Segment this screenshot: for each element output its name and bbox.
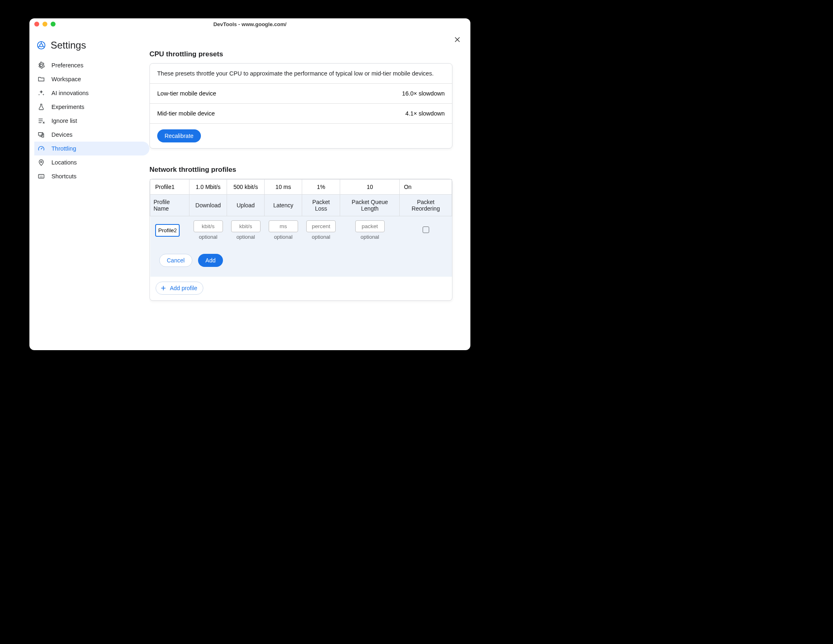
folder-icon [38, 76, 45, 83]
optional-label: optional [269, 234, 298, 240]
optional-label: optional [231, 234, 261, 240]
download-input[interactable] [194, 220, 223, 232]
header-latency: Latency [265, 195, 302, 216]
optional-label: optional [344, 234, 396, 240]
add-profile-label: Add profile [170, 285, 197, 291]
titlebar: DevTools - www.google.com/ [29, 18, 470, 30]
table-row[interactable]: Profile1 1.0 Mbit/s 500 kbit/s 10 ms 1% … [150, 180, 452, 195]
close-settings-button[interactable] [453, 36, 461, 44]
page-title: Settings [51, 40, 86, 51]
sidebar-item-shortcuts[interactable]: Shortcuts [34, 169, 149, 183]
svg-rect-4 [38, 175, 44, 178]
sparkle-icon [38, 89, 45, 97]
cpu-preset-row: Mid-tier mobile device 4.1× slowdown [150, 104, 452, 124]
queue-length-cell: 10 [340, 180, 400, 195]
latency-cell: 10 ms [265, 180, 302, 195]
sidebar-item-label: Preferences [51, 62, 83, 69]
form-actions-row: Cancel Add [150, 244, 452, 277]
sidebar-item-preferences[interactable]: Preferences [34, 58, 149, 72]
network-profiles-table: Profile1 1.0 Mbit/s 500 kbit/s 10 ms 1% … [150, 179, 452, 277]
devices-icon [38, 131, 45, 138]
flask-icon [38, 103, 45, 111]
add-profile-button[interactable]: Add profile [156, 282, 203, 295]
pin-icon [38, 159, 45, 166]
svg-point-3 [40, 161, 42, 163]
settings-sidebar: Settings Preferences Workspace AI innova… [29, 34, 149, 350]
cpu-preset-name: Mid-tier mobile device [157, 110, 215, 117]
plus-icon [160, 285, 167, 291]
cpu-section-title: CPU throttling presets [149, 50, 452, 58]
sidebar-item-label: Throttling [51, 145, 76, 152]
header-profile-name: Profile Name [150, 195, 189, 216]
cpu-description: These presets throttle your CPU to appro… [150, 64, 452, 84]
download-cell: 1.0 Mbit/s [189, 180, 227, 195]
latency-input[interactable] [269, 220, 298, 232]
sidebar-item-label: AI innovations [51, 90, 89, 96]
new-profile-form-row: optional optional optional [150, 216, 452, 244]
sidebar-item-label: Devices [51, 131, 73, 138]
cpu-preset-row: Low-tier mobile device 16.0× slowdown [150, 84, 452, 104]
settings-main: CPU throttling presets These presets thr… [149, 34, 470, 350]
chromium-icon [37, 41, 46, 50]
sidebar-item-label: Locations [51, 159, 77, 166]
upload-input[interactable] [231, 220, 261, 232]
svg-point-2 [41, 149, 42, 149]
sidebar-item-experiments[interactable]: Experiments [34, 100, 149, 114]
cpu-card: These presets throttle your CPU to appro… [149, 63, 452, 149]
close-icon [453, 36, 461, 44]
net-card: Profile1 1.0 Mbit/s 500 kbit/s 10 ms 1% … [149, 179, 452, 301]
settings-nav: Preferences Workspace AI innovations Exp… [34, 58, 149, 183]
sidebar-item-workspace[interactable]: Workspace [34, 72, 149, 86]
sidebar-item-label: Shortcuts [51, 173, 76, 180]
packet-loss-input[interactable] [306, 220, 336, 232]
sidebar-item-throttling[interactable]: Throttling [34, 142, 149, 155]
ignore-list-icon [38, 117, 45, 124]
optional-label: optional [194, 234, 223, 240]
header-reordering: Packet Reordering [400, 195, 452, 216]
reordering-cell: On [400, 180, 452, 195]
sidebar-item-ai-innovations[interactable]: AI innovations [34, 86, 149, 100]
cpu-preset-value: 16.0× slowdown [402, 90, 445, 97]
reordering-checkbox[interactable] [423, 227, 429, 233]
profile-name-input[interactable] [155, 224, 180, 237]
sidebar-item-label: Ignore list [51, 118, 77, 124]
gear-icon [38, 62, 45, 69]
header-download: Download [189, 195, 227, 216]
cpu-throttling-section: CPU throttling presets These presets thr… [149, 50, 452, 149]
upload-cell: 500 kbit/s [227, 180, 265, 195]
optional-label: optional [306, 234, 336, 240]
profile-name-cell: Profile1 [150, 180, 189, 195]
sidebar-item-label: Experiments [51, 104, 85, 110]
svg-point-1 [40, 44, 42, 47]
sidebar-item-ignore-list[interactable]: Ignore list [34, 114, 149, 128]
add-button[interactable]: Add [198, 254, 223, 267]
cpu-preset-name: Low-tier mobile device [157, 90, 216, 97]
network-throttling-section: Network throttling profiles Profile1 1.0… [149, 166, 452, 301]
header-upload: Upload [227, 195, 265, 216]
keyboard-icon [38, 173, 45, 180]
speedometer-icon [38, 145, 45, 152]
net-section-title: Network throttling profiles [149, 166, 452, 174]
settings-header: Settings [34, 40, 149, 58]
table-header-row: Profile Name Download Upload Latency Pac… [150, 195, 452, 216]
packet-loss-cell: 1% [302, 180, 340, 195]
window-title: DevTools - www.google.com/ [29, 21, 470, 27]
sidebar-item-devices[interactable]: Devices [34, 128, 149, 142]
header-packet-loss: Packet Loss [302, 195, 340, 216]
cancel-button[interactable]: Cancel [159, 254, 193, 267]
devtools-settings-window: DevTools - www.google.com/ Settings Pref… [29, 18, 470, 350]
header-queue-length: Packet Queue Length [340, 195, 400, 216]
sidebar-item-locations[interactable]: Locations [34, 155, 149, 169]
recalibrate-button[interactable]: Recalibrate [157, 129, 201, 142]
queue-length-input[interactable] [355, 220, 385, 232]
sidebar-item-label: Workspace [51, 76, 81, 82]
cpu-preset-value: 4.1× slowdown [405, 110, 445, 117]
